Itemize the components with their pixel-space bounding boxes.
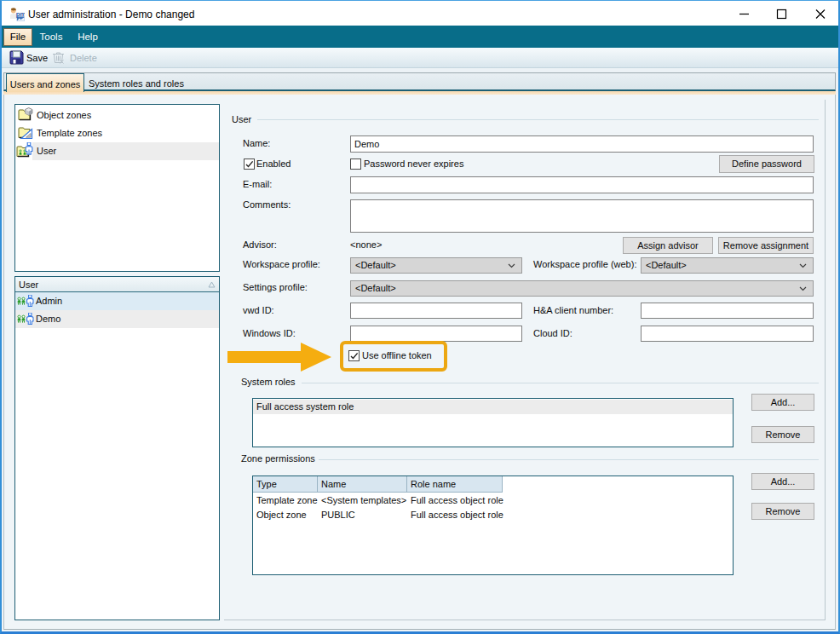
svg-text:pm: pm <box>16 10 25 18</box>
